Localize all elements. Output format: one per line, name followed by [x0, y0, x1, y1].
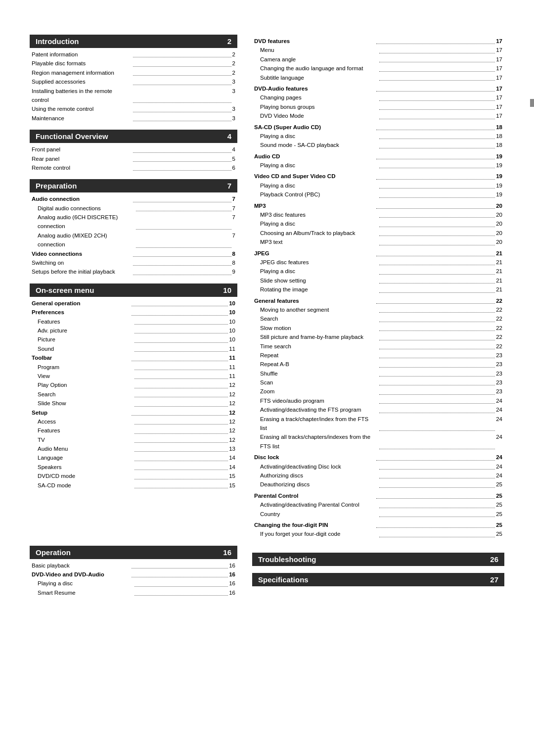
toc-dots — [379, 387, 495, 394]
toc-page: 22 — [496, 332, 502, 341]
toc-dots — [134, 481, 228, 488]
toc-label: Setups before the initial playback — [32, 267, 132, 276]
toc-entry: Playable disc formats 2 — [30, 59, 237, 68]
toc-label: Search — [254, 314, 378, 323]
toc-entry: Program 11 — [30, 363, 237, 372]
toc-dots — [134, 444, 228, 452]
toc-label: Slow motion — [254, 324, 378, 332]
toc-page: 17 — [496, 73, 502, 82]
toc-page: 20 — [496, 237, 502, 246]
toc-page: 18 — [496, 132, 502, 141]
toc-label: Changing the four-digit PIN — [254, 520, 375, 529]
toc-entry: Moving to another segment 22 — [252, 305, 504, 314]
toc-label: SA-CD (Super Audio CD) — [254, 123, 375, 132]
toc-entry: TV 12 — [30, 435, 237, 444]
toc-dots — [379, 342, 495, 349]
toc-dots — [379, 161, 495, 168]
toc-entry: Playing a disc 19 — [252, 161, 504, 170]
toc-entry: Menu 17 — [252, 46, 504, 54]
toc-entry: Audio Menu 13 — [30, 444, 237, 453]
toc-page: 12 — [229, 426, 235, 435]
toc-dots — [134, 472, 228, 479]
section-title: Introduction — [36, 37, 79, 46]
toc-label: Parental Control — [254, 491, 375, 500]
toc-label: Analog audio (MIXED 2CH) connection — [32, 231, 135, 249]
section-number: 2 — [227, 37, 231, 46]
toc-entry: Playback Control (PBC) 19 — [252, 190, 504, 199]
toc-label: Speakers — [32, 463, 134, 472]
toc-entry: Access 12 — [30, 417, 237, 426]
toc-page: 22 — [496, 342, 502, 351]
section-header: Preparation7 — [30, 179, 237, 192]
toc-dots — [134, 588, 228, 596]
toc-section-entry: SA-CD (Super Audio CD) 18 — [252, 123, 504, 132]
toc-section-entry: MP3 20 — [252, 201, 504, 210]
toc-label: Video CD and Super Video CD — [254, 172, 375, 181]
toc-dots — [376, 296, 495, 304]
toc-entry: Using the remote control 3 — [30, 104, 237, 113]
section-header: Specifications27 — [252, 573, 504, 586]
toc-entry: Setups before the initial playback 9 — [30, 267, 237, 276]
toc-dots — [379, 258, 495, 265]
toc-dots — [133, 163, 231, 171]
toc-label: Zoom — [254, 387, 378, 396]
toc-dots — [376, 491, 495, 499]
toc-label: Switching on — [32, 258, 132, 267]
toc-label: Time search — [254, 342, 378, 351]
toc-section-entry: DVD-Audio features 17 — [252, 84, 504, 93]
toc-label: Rotating the image — [254, 285, 378, 294]
toc-dots — [379, 210, 495, 218]
toc-dots — [379, 132, 495, 139]
toc-entry: Picture 10 — [30, 335, 237, 344]
toc-dots — [136, 204, 231, 211]
toc-dots — [379, 305, 495, 313]
toc-page: 10 — [229, 308, 235, 317]
toc-label: DVD Video Mode — [254, 111, 378, 120]
toc-dots — [133, 68, 231, 76]
toc-dots — [133, 267, 231, 275]
page: Introduction2 Patent information 2 Playa… — [0, 0, 534, 756]
toc-label: Sound mode - SA-CD playback — [254, 141, 378, 149]
toc-page: 25 — [496, 491, 502, 500]
toc-label: DVD-Video and DVD-Audio — [32, 570, 131, 579]
toc-label: Remote control — [32, 163, 132, 172]
toc-dots — [134, 426, 228, 433]
section-header: On-screen menu10 — [30, 284, 237, 297]
toc-entry: Speakers 14 — [30, 463, 237, 472]
toc-page: 20 — [496, 219, 502, 228]
toc-label: JPEG disc features — [254, 258, 378, 267]
toc-label: MP3 text — [254, 237, 378, 246]
toc-dots — [379, 369, 495, 377]
toc-page: 7 — [232, 213, 235, 231]
toc-entry: Maintenance 3 — [30, 114, 237, 123]
toc-entry: Erasing all tracks/chapters/indexes from… — [252, 432, 504, 451]
toc-entry: MP3 text 20 — [252, 237, 504, 246]
toc-label: Basic playback — [32, 561, 131, 570]
toc-entry: Sound 11 — [30, 344, 237, 353]
toc-label: Erasing a track/chapter/index from the F… — [254, 415, 378, 433]
toc-entry: Smart Resume 16 — [30, 588, 237, 597]
toc-dots — [379, 111, 495, 119]
toc-entry: Basic playback 16 — [30, 561, 237, 570]
toc-entry: Preferences 10 — [30, 308, 237, 317]
toc-label: DVD/CD mode — [32, 472, 134, 480]
toc-label: Video connections — [32, 249, 132, 258]
toc-page: 17 — [496, 64, 502, 73]
content-wrapper: Introduction2 Patent information 2 Playa… — [30, 35, 504, 539]
toc-page: 10 — [229, 317, 235, 326]
toc-page: 8 — [232, 258, 235, 267]
toc-page: 24 — [496, 453, 502, 462]
toc-section-entry: Changing the four-digit PIN 25 — [252, 520, 504, 529]
section-number: 16 — [223, 548, 231, 557]
toc-entry: Activating/deactivating Parental Control… — [252, 500, 504, 509]
toc-entry: Setup 12 — [30, 408, 237, 417]
toc-dots — [134, 417, 228, 425]
toc-dots — [379, 462, 495, 470]
toc-entry: Playing a disc 20 — [252, 219, 504, 228]
toc-page: 8 — [232, 249, 235, 258]
toc-label: Choosing an Album/Track to playback — [254, 229, 378, 237]
toc-page: 12 — [229, 417, 235, 426]
toc-entry: Playing bonus groups 17 — [252, 102, 504, 111]
toc-label: DVD-Audio features — [254, 84, 375, 93]
toc-entry: Changing the audio language and format 1… — [252, 64, 504, 73]
